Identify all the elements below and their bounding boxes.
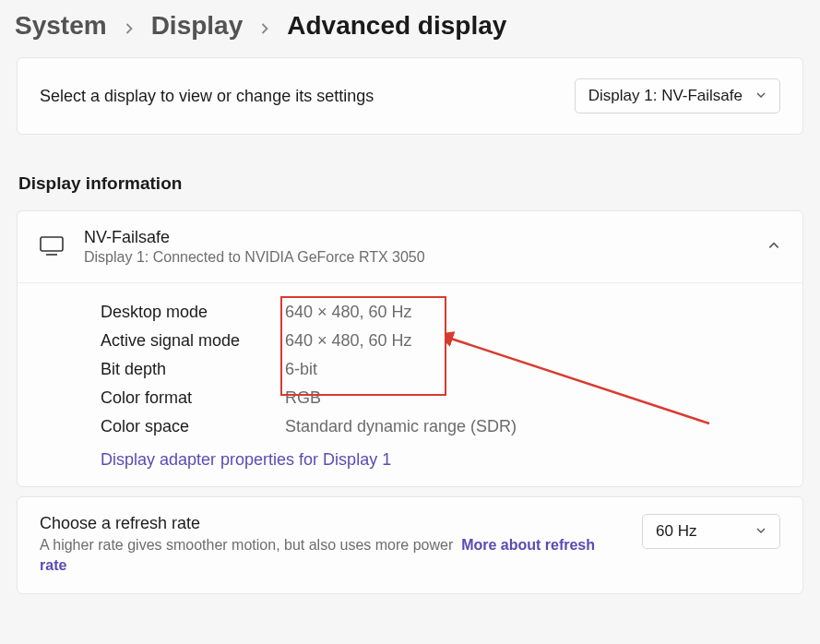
display-subtitle: Display 1: Connected to NVIDIA GeForce R… xyxy=(84,249,747,266)
chevron-down-icon xyxy=(755,522,767,541)
display-select-dropdown[interactable]: Display 1: NV-Failsafe xyxy=(575,78,780,113)
refresh-rate-dropdown[interactable]: 60 Hz xyxy=(642,514,780,549)
breadcrumb-display[interactable]: Display xyxy=(151,11,244,41)
info-value: Standard dynamic range (SDR) xyxy=(285,417,517,436)
select-display-label: Select a display to view or change its s… xyxy=(40,87,374,106)
breadcrumb-system[interactable]: System xyxy=(15,11,107,41)
chevron-right-icon xyxy=(124,11,135,41)
annotation-box xyxy=(280,296,446,396)
info-key: Color format xyxy=(101,388,285,408)
info-key: Active signal mode xyxy=(101,331,285,351)
display-info-body: Desktop mode 640 × 480, 60 Hz Active sig… xyxy=(18,283,802,486)
svg-rect-0 xyxy=(41,237,63,251)
display-information-card: NV-Failsafe Display 1: Connected to NVID… xyxy=(17,210,803,487)
chevron-right-icon xyxy=(259,11,270,41)
chevron-down-icon xyxy=(755,87,767,105)
info-row-adapter-link: Display adapter properties for Display 1 xyxy=(101,441,780,471)
display-info-header[interactable]: NV-Failsafe Display 1: Connected to NVID… xyxy=(18,211,802,283)
monitor-icon xyxy=(40,235,64,259)
display-information-heading: Display information xyxy=(18,173,803,194)
refresh-desc-text: A higher rate gives smoother motion, but… xyxy=(40,537,453,553)
refresh-rate-title: Choose a refresh rate xyxy=(40,514,624,533)
display-name: NV-Failsafe xyxy=(84,228,747,247)
select-display-card: Select a display to view or change its s… xyxy=(17,57,803,135)
refresh-rate-value: 60 Hz xyxy=(656,522,696,541)
breadcrumb: System Display Advanced display xyxy=(0,0,820,57)
breadcrumb-current: Advanced display xyxy=(287,11,506,41)
display-adapter-properties-link[interactable]: Display adapter properties for Display 1 xyxy=(101,450,391,470)
refresh-rate-card: Choose a refresh rate A higher rate give… xyxy=(17,496,803,594)
info-row-color-space: Color space Standard dynamic range (SDR) xyxy=(101,412,780,441)
display-select-value: Display 1: NV-Failsafe xyxy=(588,87,743,105)
info-key: Desktop mode xyxy=(101,303,285,322)
info-key: Bit depth xyxy=(101,360,285,379)
info-key: Color space xyxy=(101,417,285,436)
refresh-rate-description: A higher rate gives smoother motion, but… xyxy=(40,535,624,577)
chevron-up-icon xyxy=(767,239,780,256)
